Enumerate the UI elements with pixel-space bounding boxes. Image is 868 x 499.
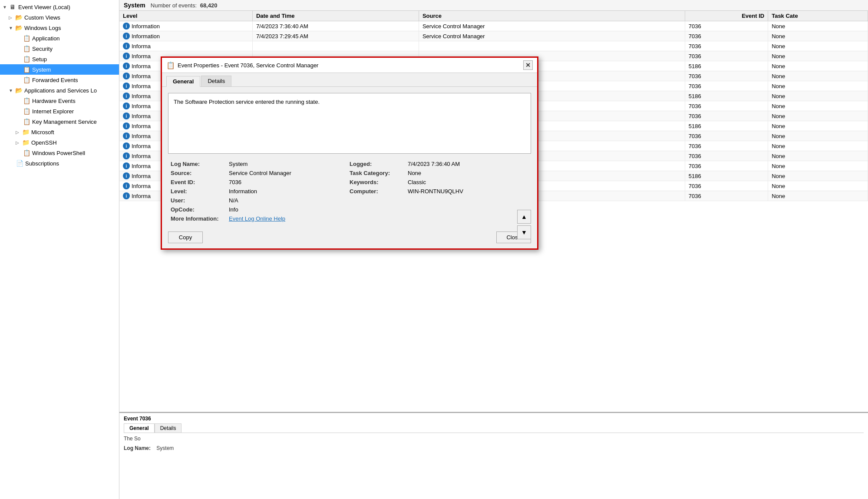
sidebar-item-internet-explorer[interactable]: Internet Explorer [0,106,119,116]
col-header-datetime[interactable]: Date and Time [252,11,419,21]
bottom-content: The So Log Name: System [124,436,864,451]
bottom-tab-details[interactable]: Details [155,423,182,433]
ico-folder-open-icon [15,13,23,21]
table-cell-taskcate: None [768,121,868,131]
copy-button[interactable]: Copy [168,231,203,243]
table-cell-eventid: 7036 [685,191,768,201]
sidebar-label-apps-services-logs: Applications and Services Lo [24,87,97,94]
sidebar-label-internet-explorer: Internet Explorer [32,108,74,115]
sidebar-label-custom-views: Custom Views [24,14,60,21]
sidebar-item-microsoft[interactable]: ▷ Microsoft [0,127,119,137]
table-row[interactable]: iInformation7/4/2023 7:29:45 AMService C… [119,31,868,41]
table-cell-taskcate: None [768,91,868,101]
table-row[interactable]: iInforma7036None [119,41,868,51]
table-cell-eventid: 7036 [685,131,768,141]
sidebar-item-application[interactable]: Application [0,33,119,43]
more-info-link[interactable]: Event Log Online Help [229,215,285,222]
nav-down-button[interactable]: ▼ [517,225,531,239]
table-cell-taskcate: None [768,81,868,91]
ico-log-icon [23,118,30,126]
event-properties-dialog[interactable]: 📋 Event Properties - Event 7036, Service… [161,56,538,250]
dialog-footer: Copy Close [162,226,537,248]
table-cell-taskcate: None [768,131,868,141]
dialog-tab-details[interactable]: Details [201,76,231,86]
bottom-tabs: General Details [124,423,864,433]
table-row[interactable]: iInformation7/4/2023 7:36:40 AMService C… [119,21,868,31]
sidebar-item-custom-views[interactable]: ▷ Custom Views [0,12,119,23]
sidebar-item-windows-logs[interactable]: ▼ Windows Logs [0,23,119,33]
ico-folder-icon [22,139,30,146]
table-cell-datetime: 7/4/2023 7:36:40 AM [252,21,419,31]
sidebar-item-openssh[interactable]: ▷ OpenSSH [0,137,119,148]
logged-label: Logged: [350,161,406,167]
nav-up-button[interactable]: ▲ [517,210,531,224]
ico-root-icon [9,3,17,11]
task-category-value: None [408,170,421,176]
dialog-tab-general[interactable]: General [166,76,200,87]
table-cell-datetime [252,41,419,51]
table-cell-eventid: 7036 [685,31,768,41]
opcode-value: Info [229,206,238,213]
table-cell-eventid: 7036 [685,141,768,151]
sidebar-label-application: Application [32,35,60,42]
col-header-eventid[interactable]: Event ID [685,11,768,21]
sidebar-label-windows-powershell: Windows PowerShell [32,150,85,156]
dialog-title: 📋 Event Properties - Event 7036, Service… [166,61,318,69]
table-cell-datetime: 7/4/2023 7:29:45 AM [252,31,419,41]
expand-arrow-apps-services-logs: ▼ [9,88,15,93]
table-cell-source: Service Control Manager [419,21,685,31]
user-value: N/A [229,197,238,204]
sidebar-item-apps-services-logs[interactable]: ▼ Applications and Services Lo [0,85,119,96]
sidebar-item-hardware-events[interactable]: Hardware Events [0,96,119,106]
sidebar-label-security: Security [32,46,53,52]
sidebar-label-openssh: OpenSSH [31,139,57,146]
col-header-level[interactable]: Level [119,11,252,21]
ico-log-icon [23,107,30,115]
expand-arrow-windows-logs: ▼ [9,26,15,30]
sidebar-item-forwarded-events[interactable]: Forwarded Events [0,75,119,85]
sidebar-item-subscriptions[interactable]: Subscriptions [0,158,119,169]
field-log-name: Log Name: System [171,161,350,167]
main-header: System Number of events: 68,420 [119,0,868,11]
sidebar-item-system[interactable]: System [0,64,119,75]
table-header-row: LevelDate and TimeSourceEvent IDTask Cat… [119,11,868,21]
expand-arrow-root: ▼ [3,5,9,10]
sidebar-item-key-management[interactable]: Key Management Service [0,116,119,127]
dialog-close-button[interactable]: ✕ [523,60,533,70]
sidebar: ▼ Event Viewer (Local)▷ Custom Views▼ Wi… [0,0,119,499]
field-task-category: Task Category: None [350,170,528,176]
bottom-panel: Event 7036 General Details The So Log Na… [119,412,868,499]
field-level: Level: Information [171,188,350,195]
task-category-label: Task Category: [350,170,406,176]
sidebar-label-system: System [32,66,51,73]
table-cell-taskcate: None [768,101,868,111]
bottom-event-label: Event 7036 [124,416,864,422]
sidebar-label-microsoft: Microsoft [31,129,54,135]
col-header-taskcate[interactable]: Task Cate [768,11,868,21]
table-cell-eventid: 5186 [685,91,768,101]
ico-log-icon [23,76,30,84]
sidebar-item-root[interactable]: ▼ Event Viewer (Local) [0,2,119,12]
dialog-title-text: Event Properties - Event 7036, Service C… [178,62,318,69]
sidebar-item-security[interactable]: Security [0,43,119,54]
event-id-label: Event ID: [171,179,227,185]
field-source: Source: Service Control Manager [171,170,350,176]
more-info-label: More Information: [171,215,227,222]
table-cell-eventid: 7036 [685,21,768,31]
table-cell-level: iInformation [119,21,252,31]
table-cell-taskcate: None [768,141,868,151]
log-name-label: Log Name: [171,161,227,167]
sidebar-item-windows-powershell[interactable]: Windows PowerShell [0,148,119,158]
ico-sub-icon [16,159,23,167]
expand-arrow-openssh: ▷ [16,140,22,145]
table-cell-eventid: 7036 [685,41,768,51]
sidebar-item-setup[interactable]: Setup [0,54,119,64]
dialog-fields-left: Log Name: System Source: Service Control… [171,161,350,222]
table-cell-eventid: 7036 [685,51,768,61]
keywords-value: Classic [408,179,426,185]
sidebar-label-forwarded-events: Forwarded Events [32,77,78,83]
ico-log-icon [23,149,30,157]
bottom-tab-general[interactable]: General [124,423,155,433]
field-user: User: N/A [171,197,350,204]
col-header-source[interactable]: Source [419,11,685,21]
